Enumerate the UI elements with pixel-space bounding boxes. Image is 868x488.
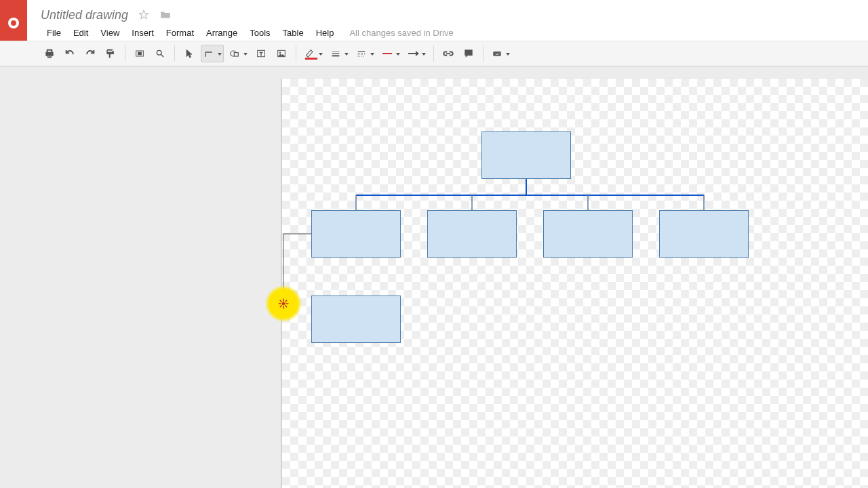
workspace[interactable] [0,66,868,488]
drawings-logo-icon [8,18,19,28]
menu-format[interactable]: Format [160,28,200,38]
zoom-tool-button[interactable] [151,45,169,62]
line-color-button[interactable] [302,45,325,62]
menu-edit[interactable]: Edit [67,28,94,38]
org-box-child-1[interactable] [311,210,401,258]
toolbar: T [0,41,868,66]
select-tool-button[interactable] [180,45,198,62]
menu-arrange[interactable]: Arrange [200,28,243,38]
star-icon[interactable] [138,9,150,21]
svg-rect-20 [498,53,500,54]
line-tool-button[interactable] [201,45,224,62]
menu-file[interactable]: File [41,28,67,38]
canvas-background [281,79,868,488]
svg-rect-1 [138,52,141,55]
menu-bar: File Edit View Insert Format Arrange Too… [41,26,454,39]
textbox-tool-button[interactable]: T [252,45,270,62]
menu-table[interactable]: Table [277,28,310,38]
toolbar-separator [125,45,125,62]
paint-format-button[interactable] [102,45,119,62]
shape-tool-button[interactable] [226,45,250,62]
document-title[interactable]: Untitled drawing [41,8,128,22]
svg-line-3 [161,54,163,57]
toolbar-separator [483,45,484,62]
app-brand-bar [0,0,27,41]
line-weight-button[interactable] [328,45,351,62]
menu-insert[interactable]: Insert [125,28,160,38]
drawing-canvas[interactable] [281,79,868,488]
svg-point-2 [157,50,161,55]
svg-point-9 [279,52,281,54]
toolbar-separator [174,45,175,62]
image-tool-button[interactable] [273,45,290,62]
org-box-child-2[interactable] [427,210,517,258]
toolbar-separator [433,45,434,62]
move-to-folder-icon[interactable] [159,9,172,21]
org-box-child-4[interactable] [659,210,749,258]
line-dash-button[interactable] [353,45,376,62]
org-box-root[interactable] [481,131,571,179]
save-status: All changes saved in Drive [340,28,453,38]
menu-help[interactable]: Help [310,28,340,38]
svg-text:T: T [260,51,263,57]
org-box-grandchild-1[interactable] [311,296,401,343]
svg-rect-18 [496,53,496,54]
org-box-child-3[interactable] [543,210,633,258]
toolbar-separator [296,45,296,62]
undo-button[interactable] [61,45,79,62]
menu-view[interactable]: View [94,28,125,38]
menu-tools[interactable]: Tools [243,28,276,38]
redo-button[interactable] [81,45,99,62]
line-start-button[interactable] [379,45,402,62]
app-header: Untitled drawing File Edit View Insert F… [27,0,868,41]
svg-rect-19 [497,53,498,54]
comment-button[interactable] [460,45,477,62]
svg-rect-17 [494,53,495,54]
input-tools-button[interactable] [489,45,512,62]
svg-rect-5 [234,53,238,56]
print-button[interactable] [41,45,58,62]
zoom-fit-button[interactable] [131,45,149,62]
insert-link-button[interactable] [439,45,457,62]
line-end-button[interactable] [405,45,428,62]
svg-rect-21 [495,54,498,55]
